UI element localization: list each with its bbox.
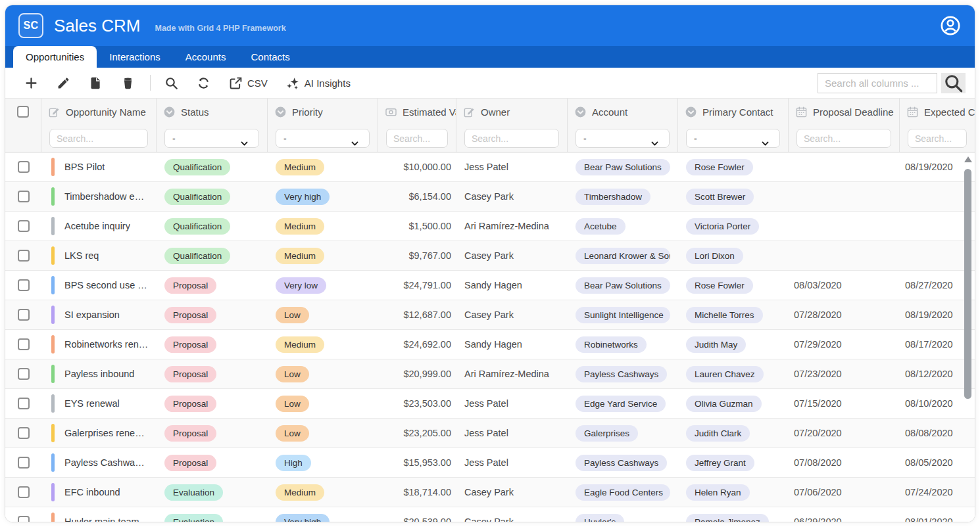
row-checkbox[interactable] <box>18 309 30 321</box>
column-header-priority[interactable]: Priority <box>268 99 378 125</box>
row-checkbox[interactable] <box>18 279 30 291</box>
tab-accounts[interactable]: Accounts <box>173 46 239 68</box>
filter-select-account[interactable]: - <box>576 129 670 148</box>
opportunity-name: BPS Pilot <box>64 162 105 172</box>
table-row[interactable]: Payless Cashways EUProposalHigh$15,953.0… <box>5 448 975 478</box>
column-header-primary-contact[interactable]: Primary Contact <box>678 99 789 125</box>
status-badge: Proposal <box>164 307 216 323</box>
row-checkbox[interactable] <box>18 338 30 350</box>
row-checkbox[interactable] <box>18 220 30 232</box>
column-header-owner[interactable]: Owner <box>456 99 568 125</box>
duplicate-record-button[interactable] <box>84 76 107 90</box>
status-badge: Proposal <box>164 336 216 353</box>
filter-input-proposal-deadline[interactable] <box>796 129 891 148</box>
filter-select-value: - <box>583 133 587 144</box>
column-header-estimated-value[interactable]: Estimated Value <box>378 99 456 125</box>
estimated-value-cell: $10,000.00 <box>378 152 456 181</box>
table-row[interactable]: BPS PilotQualificationMedium$10,000.00Je… <box>5 152 975 182</box>
proposal-deadline-cell: 07/08/2020 <box>789 448 900 477</box>
table-row[interactable]: EFC inboundEvaluationMedium$18,714.00Cas… <box>5 478 975 507</box>
tab-interactions[interactable]: Interactions <box>97 46 173 68</box>
row-checkbox[interactable] <box>18 250 30 262</box>
row-checkbox[interactable] <box>18 486 30 498</box>
vertical-scrollbar <box>964 156 972 519</box>
scroll-up-arrow[interactable] <box>964 156 972 162</box>
app-title: Sales CRM <box>54 16 140 36</box>
row-checkbox[interactable] <box>18 516 30 522</box>
top-header-bar: SC Sales CRM Made with Grid 4 PHP Framew… <box>5 5 975 46</box>
primary-contact-badge: Judith May <box>686 336 746 353</box>
edit-record-button[interactable] <box>52 76 75 90</box>
filter-select-status[interactable]: - <box>164 129 259 148</box>
user-account-button[interactable] <box>939 14 962 37</box>
filter-input-estimated-value[interactable] <box>386 129 448 148</box>
add-record-button[interactable] <box>20 76 43 90</box>
row-checkbox[interactable] <box>18 191 30 202</box>
table-row[interactable]: Payless inboundProposalLow$20,999.00Ari … <box>5 359 975 389</box>
row-checkbox[interactable] <box>18 398 30 409</box>
chevron-down-icon <box>355 134 364 144</box>
primary-contact-badge-cell: Victoria Porter <box>678 212 789 241</box>
priority-badge: Low <box>276 307 309 323</box>
column-header-account[interactable]: Account <box>568 99 678 125</box>
column-header-proposal-deadline[interactable]: Proposal Deadline <box>789 99 900 125</box>
account-badge: Timbershadow <box>576 189 650 205</box>
tab-contacts[interactable]: Contacts <box>238 46 302 68</box>
row-checkbox[interactable] <box>18 368 30 380</box>
filter-input-opportunity-name[interactable] <box>49 129 148 148</box>
row-color-bar <box>51 276 55 294</box>
delete-record-button[interactable] <box>116 76 139 90</box>
ai-insights-button[interactable]: AI Insights <box>282 76 355 90</box>
table-row[interactable]: Acetube inquiryQualificationMedium$1,500… <box>5 212 975 241</box>
priority-badge: Very high <box>276 514 330 523</box>
select-all-checkbox[interactable] <box>17 106 29 118</box>
column-header-status[interactable]: Status <box>157 99 268 125</box>
row-color-bar <box>51 217 55 235</box>
table-row[interactable]: Huvler main teamEvaluationVery high$20,5… <box>5 507 975 522</box>
account-badge-cell: Leonard Krower & Sons <box>568 241 678 270</box>
filter-select-primary-contact[interactable]: - <box>686 129 780 148</box>
column-header-opportunity-name[interactable]: Opportunity Name <box>41 99 157 125</box>
money-icon <box>385 106 397 118</box>
refresh-button[interactable] <box>192 76 215 90</box>
proposal-deadline-cell: 07/23/2020 <box>789 359 900 388</box>
status-badge-cell: Qualification <box>157 212 268 241</box>
export-csv-button[interactable]: CSV <box>224 76 272 90</box>
table-row[interactable]: Timbershadow expa...QualificationVery hi… <box>5 182 975 212</box>
global-search-submit-button[interactable] <box>941 73 966 93</box>
row-checkbox[interactable] <box>18 427 30 439</box>
column-header-expected-close[interactable]: Expected Close <box>900 99 975 125</box>
table-row[interactable]: LKS reqQualificationMedium$9,767.00Casey… <box>5 241 975 271</box>
primary-contact-badge: Judith Clark <box>686 425 750 442</box>
account-badge: Payless Cashways <box>576 366 667 382</box>
filter-select-priority[interactable]: - <box>276 129 370 148</box>
row-checkbox[interactable] <box>18 457 30 469</box>
status-badge-cell: Proposal <box>157 330 268 359</box>
primary-contact-badge-cell: Rose Fowler <box>678 271 789 300</box>
table-row[interactable]: SI expansionProposalLow$12,687.00Casey P… <box>5 300 975 330</box>
tab-opportunities[interactable]: Opportunities <box>13 46 97 68</box>
row-checkbox[interactable] <box>18 161 30 173</box>
primary-contact-badge-cell: Scott Brewer <box>678 182 789 211</box>
sales-crm-app: SC Sales CRM Made with Grid 4 PHP Framew… <box>5 5 975 522</box>
row-checkbox-cell <box>5 152 41 181</box>
priority-badge-cell: Medium <box>268 241 378 270</box>
primary-contact-badge: Lori Dixon <box>686 248 743 264</box>
opportunity-name-cell: Galerprises renewal <box>41 419 157 447</box>
column-label: Status <box>181 106 209 118</box>
filter-cell-expected-close <box>900 125 975 152</box>
filter-input-owner[interactable] <box>464 129 559 148</box>
scrollbar-thumb[interactable] <box>964 169 971 399</box>
filter-input-expected-close[interactable] <box>908 129 967 148</box>
status-badge-cell: Qualification <box>157 152 268 181</box>
table-row[interactable]: Galerprises renewalProposalLow$23,205.00… <box>5 419 975 448</box>
table-row[interactable]: Robinetworks renewalProposalMedium$24,69… <box>5 330 975 359</box>
app-logo: SC <box>18 13 43 38</box>
primary-contact-badge: Olivia Guzman <box>686 396 762 412</box>
table-row[interactable]: EYS renewalProposalLow$23,503.00Jess Pat… <box>5 389 975 419</box>
table-row[interactable]: BPS second use caseProposalVery low$24,7… <box>5 271 975 300</box>
opportunity-name-cell: EYS renewal <box>41 389 157 418</box>
estimated-value-cell: $24,692.00 <box>378 330 456 359</box>
search-button[interactable] <box>160 76 183 90</box>
search-all-columns-input[interactable] <box>818 73 937 93</box>
